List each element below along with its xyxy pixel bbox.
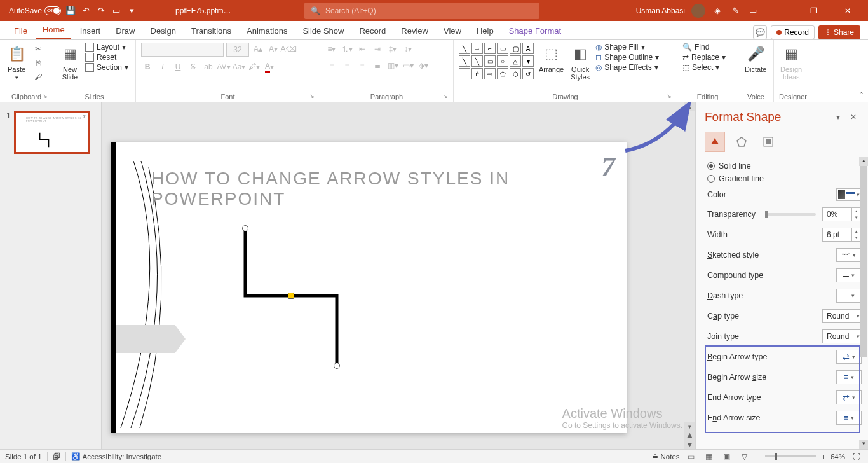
font-color-icon[interactable]: A▾ bbox=[263, 60, 276, 73]
font-launcher-icon[interactable]: ↘ bbox=[309, 93, 315, 99]
scroll-thumb[interactable] bbox=[860, 166, 867, 357]
align-left-icon[interactable]: ≡ bbox=[325, 59, 338, 72]
paragraph-launcher-icon[interactable]: ↘ bbox=[443, 93, 448, 99]
select-button[interactable]: ⬚Select ▾ bbox=[682, 63, 726, 72]
font-size-select[interactable] bbox=[226, 43, 249, 57]
tab-animations[interactable]: Animations bbox=[240, 22, 294, 39]
shape-more-icon[interactable]: ▾ bbox=[522, 55, 534, 67]
record-button[interactable]: Record bbox=[771, 25, 815, 39]
spacing-icon[interactable]: AV▾ bbox=[217, 60, 230, 73]
maximize-button[interactable]: ❐ bbox=[799, 0, 827, 21]
notes-button[interactable]: ≐ Notes bbox=[652, 452, 679, 461]
collapse-ribbon-icon[interactable]: ⌃ bbox=[858, 91, 864, 99]
dictate-button[interactable]: 🎤Dictate bbox=[743, 43, 768, 74]
tab-slideshow[interactable]: Slide Show bbox=[296, 22, 350, 39]
slideshow-view-icon[interactable]: ▽ bbox=[738, 452, 751, 462]
end-arrow-type-picker[interactable]: ⇄▾ bbox=[836, 390, 862, 404]
shape-roundrect-icon[interactable]: ▢ bbox=[510, 43, 521, 54]
solid-line-radio[interactable]: Solid line bbox=[707, 160, 862, 172]
zoom-in-icon[interactable]: + bbox=[821, 453, 825, 460]
shapes-gallery[interactable]: ╲→⌐▭▢A ╲╲▭○△▾ ⌐↱⇨⬠⬡↺ bbox=[459, 43, 534, 79]
shape-hex-icon[interactable]: ⬡ bbox=[510, 68, 521, 79]
decrease-font-icon[interactable]: A▾ bbox=[267, 43, 280, 55]
gradient-line-radio[interactable]: Gradient line bbox=[707, 172, 862, 185]
qat-more-icon[interactable]: ▾ bbox=[126, 5, 137, 17]
sorter-view-icon[interactable]: ▦ bbox=[703, 452, 715, 462]
justify-icon[interactable]: ≣ bbox=[371, 59, 384, 72]
shape-outline-button[interactable]: ◻Shape Outline ▾ bbox=[595, 53, 659, 62]
tab-help[interactable]: Help bbox=[470, 22, 500, 39]
shape-arrow-icon[interactable]: → bbox=[471, 43, 483, 54]
shape-pentagon-icon[interactable]: ⬠ bbox=[497, 68, 508, 79]
zoom-level[interactable]: 64% bbox=[831, 453, 845, 460]
line-spacing-icon[interactable]: ‡▾ bbox=[386, 43, 399, 55]
shape-curve-icon[interactable]: ↺ bbox=[522, 68, 534, 79]
handle-start[interactable] bbox=[242, 225, 248, 232]
zoom-out-icon[interactable]: − bbox=[756, 453, 761, 460]
clipboard-launcher-icon[interactable]: ↘ bbox=[43, 93, 48, 99]
numbering-icon[interactable]: ⒈▾ bbox=[341, 43, 353, 55]
compound-picker[interactable]: ═▾ bbox=[836, 268, 862, 282]
text-direction-icon[interactable]: ↕▾ bbox=[402, 43, 414, 55]
format-painter-icon[interactable]: 🖌 bbox=[32, 71, 44, 83]
pen-icon[interactable]: ✎ bbox=[729, 5, 741, 17]
shape-connector-icon[interactable]: ╲ bbox=[471, 55, 483, 67]
width-input[interactable]: 6 pt▴▾ bbox=[822, 228, 862, 242]
slide-indicator[interactable]: Slide 1 of 1 bbox=[5, 453, 42, 460]
tab-view[interactable]: View bbox=[437, 22, 468, 39]
section-button[interactable]: Section ▾ bbox=[85, 63, 128, 72]
new-slide-button[interactable]: ▦New Slide bbox=[58, 43, 81, 82]
underline-icon[interactable]: U bbox=[172, 60, 184, 73]
drawing-launcher-icon[interactable]: ↘ bbox=[667, 93, 672, 99]
shape-rect-icon[interactable]: ▭ bbox=[497, 43, 508, 54]
layout-button[interactable]: Layout ▾ bbox=[85, 43, 128, 52]
italic-icon[interactable]: I bbox=[156, 60, 169, 73]
selected-elbow-connector[interactable] bbox=[241, 225, 343, 373]
bold-icon[interactable]: B bbox=[141, 60, 154, 73]
shape-block-icon[interactable]: ⇨ bbox=[484, 68, 496, 79]
cap-select[interactable]: Round▾ bbox=[822, 309, 862, 323]
indent-dec-icon[interactable]: ⇤ bbox=[356, 43, 369, 55]
shape-l-icon[interactable]: ⌐ bbox=[459, 68, 470, 79]
close-button[interactable]: ✕ bbox=[834, 0, 862, 21]
bullets-icon[interactable]: ≡▾ bbox=[325, 43, 338, 55]
present-icon[interactable]: ▭ bbox=[111, 5, 122, 17]
comments-icon[interactable]: 💬 bbox=[753, 25, 767, 39]
scroll-up-icon[interactable]: ▴ bbox=[684, 102, 695, 111]
tab-file[interactable]: File bbox=[8, 22, 34, 39]
shape-oval-icon[interactable]: ○ bbox=[497, 55, 508, 67]
tab-draw[interactable]: Draw bbox=[109, 22, 141, 39]
increase-font-icon[interactable]: A▴ bbox=[252, 43, 264, 55]
align-right-icon[interactable]: ≡ bbox=[356, 59, 369, 72]
undo-icon[interactable]: ↶ bbox=[80, 5, 92, 17]
shape-line-icon[interactable]: ╲ bbox=[459, 43, 470, 54]
begin-arrow-size-picker[interactable]: ≡▾ bbox=[836, 370, 862, 384]
autosave-toggle[interactable]: AutoSave Off bbox=[9, 6, 61, 15]
user-avatar[interactable] bbox=[691, 4, 705, 18]
shape-elbow-icon[interactable]: ⌐ bbox=[484, 43, 496, 54]
fit-window-icon[interactable]: ⛶ bbox=[850, 452, 863, 462]
end-arrow-size-picker[interactable]: ≡▾ bbox=[836, 411, 862, 425]
slide-area[interactable]: HOW TO CHANGE ARROW STYLES IN POWERPOINT… bbox=[102, 102, 695, 449]
shape-line2-icon[interactable]: ╲ bbox=[459, 55, 470, 67]
redo-icon[interactable]: ↷ bbox=[95, 5, 107, 17]
tab-review[interactable]: Review bbox=[395, 22, 435, 39]
pane-scrollbar[interactable]: ▴ ▾ bbox=[859, 157, 868, 449]
diamond-icon[interactable]: ◈ bbox=[712, 5, 723, 17]
strike-icon[interactable]: S̶ bbox=[187, 60, 200, 73]
tab-transitions[interactable]: Transitions bbox=[185, 22, 238, 39]
effects-tab[interactable] bbox=[731, 132, 752, 152]
size-props-tab[interactable] bbox=[758, 132, 778, 152]
shadow-icon[interactable]: ab bbox=[202, 60, 215, 73]
tab-shape-format[interactable]: Shape Format bbox=[503, 22, 567, 39]
transparency-input[interactable]: 0%▴▾ bbox=[822, 207, 862, 221]
font-family-select[interactable] bbox=[141, 43, 224, 57]
sketched-picker[interactable]: 〰▾ bbox=[836, 248, 862, 262]
reset-button[interactable]: Reset bbox=[85, 53, 128, 62]
clear-format-icon[interactable]: A⌫ bbox=[282, 43, 295, 55]
zoom-slider[interactable] bbox=[765, 455, 816, 457]
color-picker[interactable]: ▾ bbox=[836, 188, 862, 201]
smartart-icon[interactable]: ⬗▾ bbox=[417, 59, 430, 72]
minimize-button[interactable]: — bbox=[765, 0, 793, 21]
tab-record[interactable]: Record bbox=[353, 22, 392, 39]
